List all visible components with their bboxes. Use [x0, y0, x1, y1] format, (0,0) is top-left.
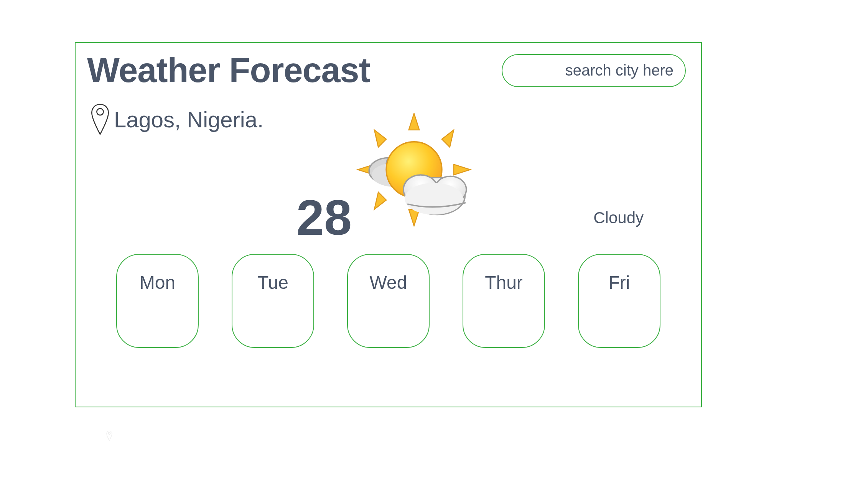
condition-text: Cloudy	[593, 209, 644, 227]
day-box-fri[interactable]: Fri	[578, 254, 660, 348]
day-box-wed[interactable]: Wed	[347, 254, 430, 348]
page-title: Weather Forecast	[87, 51, 370, 90]
day-label: Thur	[485, 272, 523, 347]
svg-point-17	[108, 432, 110, 435]
weather-card: Weather Forecast Lagos, Nigeria. 28	[75, 42, 702, 407]
header-row: Weather Forecast	[76, 43, 701, 90]
forecast-days-row: Mon Tue Wed Thur Fri	[76, 242, 701, 348]
day-label: Wed	[370, 272, 407, 347]
day-label: Mon	[140, 272, 175, 347]
partly-cloudy-icon	[348, 110, 480, 242]
svg-marker-7	[374, 192, 386, 209]
search-city-input[interactable]	[502, 54, 686, 87]
day-label: Fri	[609, 272, 630, 347]
current-weather-row: 28	[76, 110, 701, 242]
svg-marker-4	[454, 164, 470, 175]
temperature-value: 28	[296, 189, 352, 246]
location-pin-icon	[105, 430, 113, 443]
day-box-thur[interactable]: Thur	[463, 254, 545, 348]
day-label: Tue	[257, 272, 288, 347]
day-box-tue[interactable]: Tue	[232, 254, 314, 348]
svg-marker-1	[409, 114, 420, 130]
day-box-mon[interactable]: Mon	[116, 254, 199, 348]
svg-marker-5	[374, 130, 386, 147]
svg-marker-6	[442, 130, 454, 147]
svg-point-16	[405, 183, 463, 215]
